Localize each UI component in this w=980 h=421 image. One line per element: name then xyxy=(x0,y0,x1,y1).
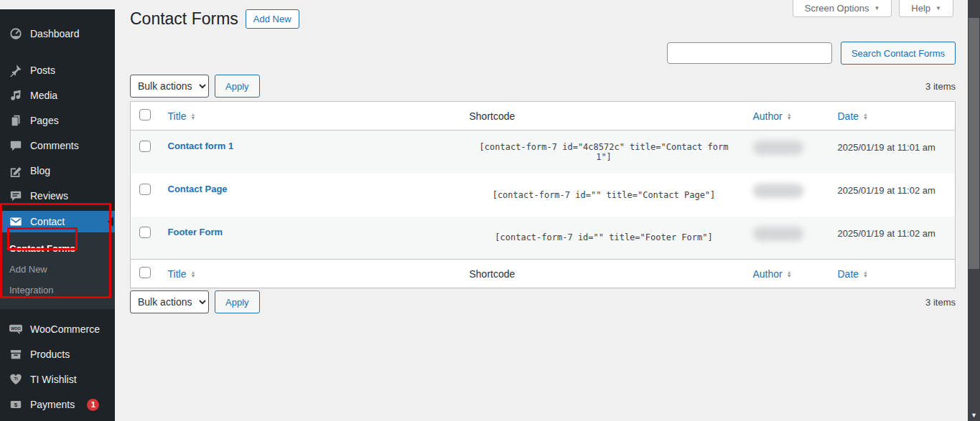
envelope-icon xyxy=(9,214,23,229)
shortcode-text[interactable]: [contact-form-7 id="" title="Contact Pag… xyxy=(470,190,739,200)
apply-button[interactable]: Apply xyxy=(215,75,260,98)
contact-forms-table: Title ▲▼ Shortcode Author ▲▼ Date xyxy=(130,101,956,288)
tablenav-bottom: Bulk actions Apply 3 items xyxy=(130,290,956,313)
chevron-down-icon: ▼ xyxy=(874,5,879,11)
sort-by-title[interactable]: Title ▲▼ xyxy=(168,268,196,280)
sort-icon: ▲▼ xyxy=(863,113,868,120)
sidebar-item-payments[interactable]: $ Payments 1 xyxy=(0,394,115,415)
archive-box-icon xyxy=(9,347,23,361)
scroll-down-arrow-icon[interactable]: ▼ xyxy=(968,412,980,419)
sidebar-item-label: WooCommerce xyxy=(30,323,100,335)
screen-options-button[interactable]: Screen Options ▼ xyxy=(793,0,892,17)
sidebar-separator xyxy=(0,49,115,60)
help-label: Help xyxy=(911,3,930,14)
sidebar-item-reviews[interactable]: Reviews xyxy=(0,186,115,206)
form-title-link[interactable]: Footer Form xyxy=(168,227,223,237)
select-all-checkbox[interactable] xyxy=(139,267,151,278)
author-redacted xyxy=(753,184,803,198)
sidebar-item-woocommerce[interactable]: WOO WooCommerce xyxy=(0,319,115,339)
blog-pencil-icon xyxy=(9,164,23,178)
sort-icon: ▲▼ xyxy=(190,270,195,278)
svg-text:TI: TI xyxy=(14,377,18,381)
sidebar-item-label: Media xyxy=(30,90,57,101)
row-checkbox[interactable] xyxy=(139,141,151,152)
tablenav-top: Bulk actions Apply 3 items xyxy=(130,75,956,98)
sort-icon: ▲▼ xyxy=(787,113,792,120)
sidebar-item-posts[interactable]: Posts xyxy=(0,60,115,80)
add-new-button[interactable]: Add New xyxy=(246,9,299,29)
search-contact-forms-button[interactable]: Search Contact Forms xyxy=(841,42,956,65)
sort-by-date[interactable]: Date ▲▼ xyxy=(838,110,869,122)
sidebar-item-blog[interactable]: Blog xyxy=(0,161,115,181)
media-icon xyxy=(9,88,23,103)
sidebar-item-pages[interactable]: Pages xyxy=(0,110,115,131)
sidebar-item-label: Comments xyxy=(30,140,79,151)
sort-by-author[interactable]: Author ▲▼ xyxy=(753,110,792,122)
table-footer-row: Title ▲▼ Shortcode Author ▲▼ Date xyxy=(131,260,956,288)
admin-sidebar: Dashboard Posts Media Pages Comments Blo… xyxy=(0,9,115,421)
item-count: 3 items xyxy=(925,297,956,308)
search-input[interactable] xyxy=(667,42,832,64)
page-title: Contact Forms xyxy=(130,9,238,29)
sidebar-item-dashboard[interactable]: Dashboard xyxy=(0,24,115,44)
select-all-checkbox[interactable] xyxy=(139,109,151,120)
sort-icon: ▲▼ xyxy=(190,113,195,120)
title-row: Contact Forms Add New xyxy=(130,9,299,29)
dollar-icon: $ xyxy=(9,397,23,412)
comment-icon xyxy=(9,138,23,153)
screen-options-label: Screen Options xyxy=(805,3,869,14)
shortcode-text[interactable]: [contact-form-7 id="" title="Footer Form… xyxy=(470,232,739,242)
chevron-down-icon: ▼ xyxy=(935,5,941,11)
sidebar-item-label: Contact xyxy=(30,216,65,227)
column-shortcode-label: Shortcode xyxy=(470,110,515,122)
submenu-item-integration[interactable]: Integration xyxy=(0,280,115,301)
sidebar-item-media[interactable]: Media xyxy=(0,85,115,105)
row-checkbox[interactable] xyxy=(139,184,151,195)
form-title-link[interactable]: Contact form 1 xyxy=(168,141,234,151)
column-date-label: Date xyxy=(838,110,859,122)
table-row: Contact Page [contact-form-7 id="" title… xyxy=(131,174,956,217)
bulk-actions-select[interactable]: Bulk actions xyxy=(130,75,209,98)
author-redacted xyxy=(753,227,803,241)
table-header-row: Title ▲▼ Shortcode Author ▲▼ Date xyxy=(131,102,956,131)
reviews-icon xyxy=(9,189,23,203)
sidebar-item-ti-wishlist[interactable]: TI TI Wishlist xyxy=(0,369,115,389)
sidebar-item-label: Posts xyxy=(30,65,55,76)
scrollbar-thumb[interactable] xyxy=(969,18,979,269)
bulk-actions-select[interactable]: Bulk actions xyxy=(130,290,209,313)
contact-submenu: Contact Forms Add New Integration xyxy=(0,232,115,309)
column-author-label: Author xyxy=(753,268,783,280)
submenu-item-contact-forms[interactable]: Contact Forms xyxy=(0,238,115,259)
help-button[interactable]: Help ▼ xyxy=(899,0,953,17)
row-checkbox[interactable] xyxy=(139,227,151,238)
sidebar-item-label: TI Wishlist xyxy=(30,374,77,385)
sidebar-item-products[interactable]: Products xyxy=(0,344,115,364)
sidebar-item-label: Dashboard xyxy=(30,28,80,39)
heart-icon: TI xyxy=(9,372,23,387)
page-scrollbar[interactable]: ▼ xyxy=(968,0,980,421)
sidebar-item-label: Pages xyxy=(30,115,59,126)
item-count: 3 items xyxy=(925,81,956,92)
woocommerce-icon: WOO xyxy=(9,322,23,336)
sidebar-item-label: Blog xyxy=(30,165,50,176)
svg-text:WOO: WOO xyxy=(11,326,20,331)
shortcode-text[interactable]: [contact-form-7 id="4c8572c" title="Cont… xyxy=(470,142,739,162)
sidebar-item-comments[interactable]: Comments xyxy=(0,136,115,156)
sort-by-title[interactable]: Title ▲▼ xyxy=(168,110,196,122)
table-row: Footer Form [contact-form-7 id="" title=… xyxy=(131,217,956,260)
sort-icon: ▲▼ xyxy=(787,270,792,278)
table-row: Contact form 1 [contact-form-7 id="4c857… xyxy=(131,131,956,174)
date-text: 2025/01/19 at 11:01 am xyxy=(838,141,935,154)
current-menu-arrow-icon xyxy=(108,217,113,227)
column-title-label: Title xyxy=(168,268,187,280)
sort-by-date[interactable]: Date ▲▼ xyxy=(838,268,869,280)
column-title-label: Title xyxy=(168,110,187,122)
apply-button[interactable]: Apply xyxy=(215,290,260,313)
sort-by-author[interactable]: Author ▲▼ xyxy=(753,268,792,280)
form-title-link[interactable]: Contact Page xyxy=(168,184,228,194)
sidebar-item-contact[interactable]: Contact xyxy=(0,211,115,232)
sidebar-item-label: Reviews xyxy=(30,190,68,202)
column-shortcode-label: Shortcode xyxy=(470,268,515,280)
payments-badge: 1 xyxy=(87,399,99,411)
submenu-item-add-new[interactable]: Add New xyxy=(0,259,115,280)
